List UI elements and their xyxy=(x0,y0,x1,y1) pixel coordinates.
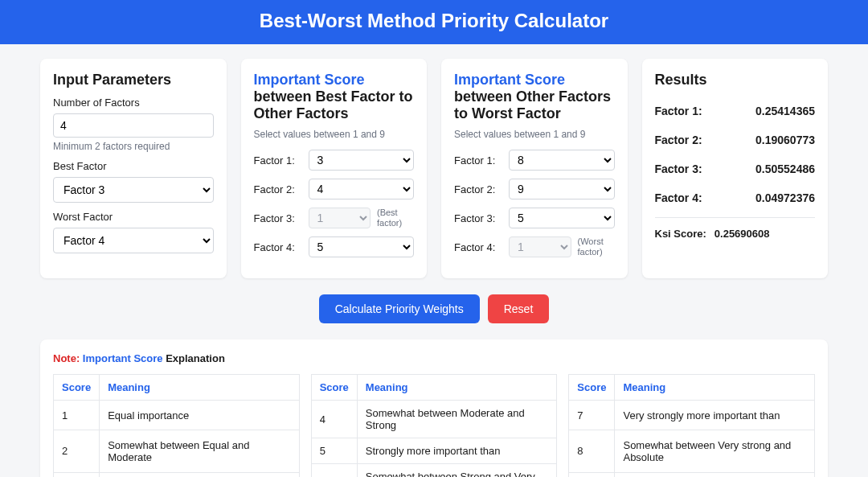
result-row: Factor 2:0.19060773 xyxy=(655,125,816,154)
best-row: Factor 3:1(Best factor) xyxy=(254,208,415,228)
score-cell: 5 xyxy=(311,438,357,464)
meaning-header: Meaning xyxy=(615,375,815,401)
meaning-cell: Somewhat between Equal and Moderate xyxy=(100,430,300,472)
ksi-label: Ksi Score: xyxy=(655,228,706,240)
factor-label: Factor 1: xyxy=(454,154,502,167)
best-to-others-card: Important Score between Best Factor to O… xyxy=(241,59,428,278)
worst-factor-note: (Worst factor) xyxy=(578,236,615,257)
best-score-select: 1 xyxy=(309,208,371,228)
table-row: 2Somewhat between Equal and Moderate xyxy=(54,430,300,472)
best-hint: Select values between 1 and 9 xyxy=(254,129,415,140)
result-row: Factor 1:0.25414365 xyxy=(655,97,816,125)
meaning-header: Meaning xyxy=(100,375,300,401)
table-row: 8Somewhat between Very strong and Absolu… xyxy=(569,430,815,472)
score-cell: 9 xyxy=(569,473,615,477)
table-row: 4Somewhat between Moderate and Strong xyxy=(311,401,557,438)
score-cell: 2 xyxy=(54,430,100,472)
meaning-cell: Somewhat between Moderate and Strong xyxy=(357,401,557,438)
table-row: 6Somewhat between Strong and Very Strong xyxy=(311,464,557,477)
factor-label: Factor 1: xyxy=(254,154,302,167)
page-header: Best-Worst Method Priority Calculator xyxy=(0,0,868,44)
factor-label: Factor 3: xyxy=(254,212,302,224)
input-parameters-card: Input Parameters Number of Factors Minim… xyxy=(40,59,227,278)
calculate-button[interactable]: Calculate Priority Weights xyxy=(319,294,480,323)
worst-factor-select[interactable]: Factor 4 xyxy=(53,228,214,253)
explanation-table: ScoreMeaning1Equal importance2Somewhat b… xyxy=(53,374,300,477)
explanation-table: ScoreMeaning7Very strongly more importan… xyxy=(568,374,815,477)
worst-row: Factor 2:9 xyxy=(454,179,615,199)
explanation-title: Note: Important Score Explanation xyxy=(53,352,815,364)
meaning-header: Meaning xyxy=(357,375,557,401)
table-row: 9Absolutely more important than xyxy=(569,473,815,477)
results-card: Results Factor 1:0.25414365Factor 2:0.19… xyxy=(642,59,829,278)
divider xyxy=(655,217,816,218)
score-cell: 3 xyxy=(54,473,100,477)
best-row: Factor 1:3 xyxy=(254,150,415,171)
factor-label: Factor 4: xyxy=(254,241,302,253)
factor-label: Factor 2: xyxy=(254,183,302,195)
result-label: Factor 4: xyxy=(655,191,702,204)
worst-row: Factor 4:1(Worst factor) xyxy=(454,236,615,257)
score-header: Score xyxy=(311,375,357,401)
explanation-card: Note: Important Score Explanation ScoreM… xyxy=(40,339,828,477)
table-row: 7Very strongly more important than xyxy=(569,401,815,430)
best-score-select[interactable]: 3 xyxy=(309,150,415,171)
result-value: 0.25414365 xyxy=(755,105,815,117)
num-factors-label: Number of Factors xyxy=(53,97,214,109)
factor-label: Factor 4: xyxy=(454,241,502,253)
table-row: 3Moderately more important than xyxy=(54,473,300,477)
table-row: 1Equal importance xyxy=(54,401,300,430)
worst-hint: Select values between 1 and 9 xyxy=(454,129,615,140)
best-factor-select[interactable]: Factor 3 xyxy=(53,177,214,203)
worst-row: Factor 3:5 xyxy=(454,208,615,228)
others-to-worst-title: Important Score between Other Factors to… xyxy=(454,72,615,122)
worst-score-select[interactable]: 5 xyxy=(509,208,615,228)
result-value: 0.19060773 xyxy=(755,134,815,146)
worst-score-select: 1 xyxy=(509,236,571,257)
results-title: Results xyxy=(655,72,816,88)
result-row: Factor 4:0.04972376 xyxy=(655,183,816,212)
others-to-worst-card: Important Score between Other Factors to… xyxy=(441,59,628,278)
score-cell: 6 xyxy=(311,464,357,477)
meaning-cell: Somewhat between Very strong and Absolut… xyxy=(615,430,815,472)
explanation-table: ScoreMeaning4Somewhat between Moderate a… xyxy=(311,374,558,477)
input-parameters-title: Input Parameters xyxy=(53,72,214,88)
result-value: 0.50552486 xyxy=(755,162,815,175)
worst-score-select[interactable]: 9 xyxy=(509,179,615,199)
best-score-select[interactable]: 5 xyxy=(309,236,415,257)
num-factors-hint: Minimum 2 factors required xyxy=(53,141,214,152)
score-cell: 4 xyxy=(311,401,357,438)
meaning-cell: Moderately more important than xyxy=(100,473,300,477)
best-row: Factor 2:4 xyxy=(254,179,415,199)
score-cell: 1 xyxy=(54,401,100,430)
ksi-row: Ksi Score: 0.25690608 xyxy=(655,223,816,240)
result-label: Factor 1: xyxy=(655,105,702,117)
meaning-cell: Absolutely more important than xyxy=(615,473,815,477)
worst-score-select[interactable]: 8 xyxy=(509,150,615,171)
factor-label: Factor 3: xyxy=(454,212,502,224)
worst-factor-label: Worst Factor xyxy=(53,211,214,223)
best-to-others-title: Important Score between Best Factor to O… xyxy=(254,72,415,122)
num-factors-input[interactable] xyxy=(53,113,214,138)
score-header: Score xyxy=(569,375,615,401)
meaning-cell: Strongly more important than xyxy=(357,438,557,464)
best-factor-label: Best Factor xyxy=(53,160,214,172)
result-label: Factor 3: xyxy=(655,162,702,175)
score-cell: 8 xyxy=(569,430,615,472)
result-label: Factor 2: xyxy=(655,134,702,146)
score-cell: 7 xyxy=(569,401,615,430)
meaning-cell: Very strongly more important than xyxy=(615,401,815,430)
factor-label: Factor 2: xyxy=(454,183,502,195)
best-score-select[interactable]: 4 xyxy=(309,179,415,199)
page-title: Best-Worst Method Priority Calculator xyxy=(260,10,608,31)
best-row: Factor 4:5 xyxy=(254,236,415,257)
meaning-cell: Equal importance xyxy=(100,401,300,430)
best-factor-note: (Best factor) xyxy=(377,208,414,228)
score-header: Score xyxy=(54,375,100,401)
worst-row: Factor 1:8 xyxy=(454,150,615,171)
result-value: 0.04972376 xyxy=(755,191,815,204)
meaning-cell: Somewhat between Strong and Very Strong xyxy=(357,464,557,477)
reset-button[interactable]: Reset xyxy=(488,294,550,323)
ksi-value: 0.25690608 xyxy=(714,228,770,240)
table-row: 5Strongly more important than xyxy=(311,438,557,464)
